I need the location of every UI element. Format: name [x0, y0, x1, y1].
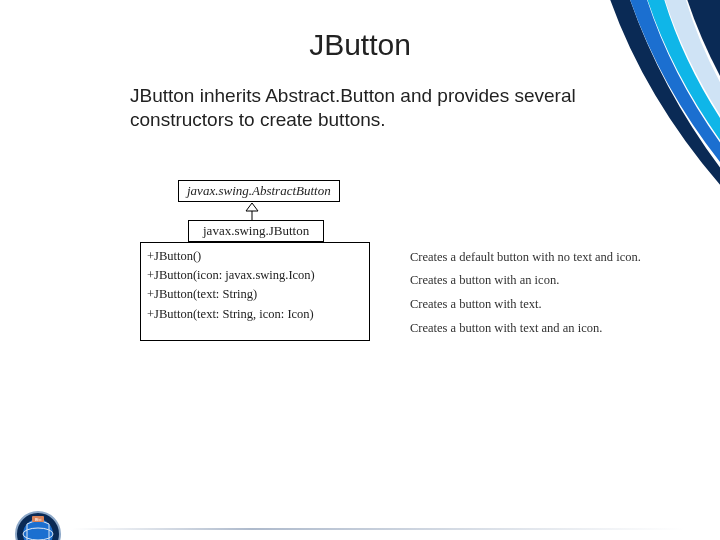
uml-description: Creates a button with text and an icon. [410, 317, 641, 341]
uml-constructor: +JButton(text: String, icon: Icon) [147, 305, 363, 324]
svg-marker-0 [246, 203, 258, 211]
slide-footer: B F C I Bfci Benha faculty of computer &… [0, 510, 720, 540]
bfci-logo-icon: Bfci [14, 510, 62, 540]
uml-description: Creates a default button with no text an… [410, 246, 641, 270]
uml-class-name-box: javax.swing.JButton [188, 220, 324, 242]
svg-text:Bfci: Bfci [35, 517, 42, 522]
uml-description: Creates a button with text. [410, 293, 641, 317]
uml-constructor-list: +JButton() +JButton(icon: javax.swing.Ic… [140, 242, 370, 341]
uml-abstract-class-name: javax.swing.AbstractButton [187, 183, 331, 198]
uml-class-name: javax.swing.JButton [203, 223, 309, 238]
uml-constructor: +JButton() [147, 247, 363, 266]
uml-constructor: +JButton(icon: javax.swing.Icon) [147, 266, 363, 285]
uml-constructor: +JButton(text: String) [147, 285, 363, 304]
footer-swoosh-decoration [0, 518, 720, 540]
uml-description: Creates a button with an icon. [410, 269, 641, 293]
uml-description-list: Creates a default button with no text an… [370, 242, 641, 341]
uml-diagram: javax.swing.AbstractButton javax.swing.J… [140, 180, 720, 341]
inheritance-arrow-icon [244, 202, 720, 220]
uml-abstract-class-box: javax.swing.AbstractButton [178, 180, 340, 202]
